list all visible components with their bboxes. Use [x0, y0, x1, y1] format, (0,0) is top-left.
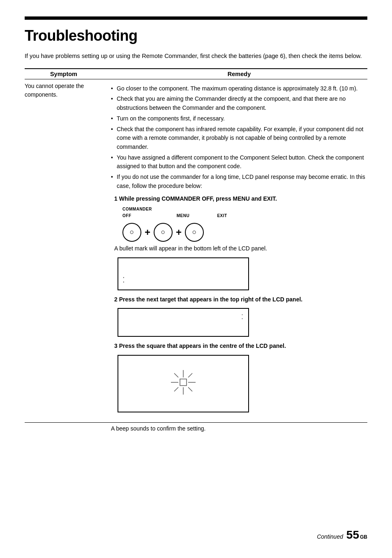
btn-label-commander-off: COMMANDER OFF: [122, 206, 155, 219]
page-footer: Continued 55GB: [317, 528, 367, 542]
target-mark-indicator: ⁚: [241, 312, 243, 322]
bullet-item-6: If you do not use the commander for a lo…: [111, 173, 367, 190]
exit-button[interactable]: ○: [185, 223, 204, 242]
lcd-display-1: ⁚: [118, 257, 249, 290]
bullet-mark-indicator: ⁚: [122, 275, 124, 286]
page-suffix: GB: [360, 534, 367, 540]
step-1-label: 1 While pressing COMMANDER OFF, press ME…: [114, 194, 367, 204]
intro-text: If you have problems setting up or using…: [25, 52, 367, 61]
page-number: 55: [346, 528, 359, 542]
circle-icon-1: ○: [130, 227, 134, 238]
btn-label-exit: EXIT: [211, 213, 233, 219]
step-3: 3 Press the square that appears in the c…: [111, 342, 367, 412]
button-label-row: COMMANDER OFF MENU EXIT: [114, 206, 367, 219]
plus-icon-1: +: [145, 225, 150, 240]
svg-line-6: [188, 387, 192, 391]
step-1-note: A bullet mark will appear in the bottom …: [114, 244, 367, 253]
continued-label: Continued: [317, 533, 343, 540]
menu-button[interactable]: ○: [154, 223, 173, 242]
col-remedy-header: Remedy: [107, 69, 367, 79]
circle-icon-2: ○: [161, 227, 166, 238]
lcd-display-2: ⁚: [118, 308, 249, 337]
page-title: Troubleshooting: [25, 27, 367, 44]
svg-rect-0: [180, 379, 187, 386]
final-note: A beep sounds to confirm the setting.: [111, 424, 205, 433]
step-3-label: 3 Press the square that appears in the c…: [114, 342, 367, 351]
svg-line-5: [174, 373, 178, 377]
symptom-text: You cannot operate the components.: [25, 79, 84, 98]
bullet-item-1: Go closer to the component. The maximum …: [111, 84, 367, 93]
step-2-label: 2 Press the next target that appears in …: [114, 295, 367, 304]
bullet-item-5: You have assigned a different component …: [111, 153, 367, 171]
svg-line-7: [188, 373, 192, 377]
circle-icon-3: ○: [192, 227, 197, 238]
top-bar: [25, 16, 367, 20]
remedy-bullet-list: Go closer to the component. The maximum …: [111, 84, 367, 191]
lcd-display-3: [118, 355, 249, 412]
svg-line-8: [174, 387, 178, 391]
remedy-content: Go closer to the component. The maximum …: [111, 82, 367, 412]
plus-icon-2: +: [176, 225, 182, 240]
step-1: 1 While pressing COMMANDER OFF, press ME…: [111, 194, 367, 290]
commander-off-button[interactable]: ○: [122, 223, 141, 242]
col-symptom-header: Symptom: [25, 69, 107, 79]
bullet-item-3: Turn on the components first, if necessa…: [111, 114, 367, 123]
btn-label-menu: MENU: [168, 213, 198, 219]
center-mark-indicator: [171, 370, 196, 398]
center-crosshair-icon: [171, 370, 196, 395]
bullet-item-2: Check that you are aiming the Commander …: [111, 95, 367, 112]
bullet-item-4: Check that the component has infrared re…: [111, 125, 367, 152]
button-row-step1: ○ + ○ + ○: [114, 223, 367, 242]
step-2: 2 Press the next target that appears in …: [111, 295, 367, 337]
